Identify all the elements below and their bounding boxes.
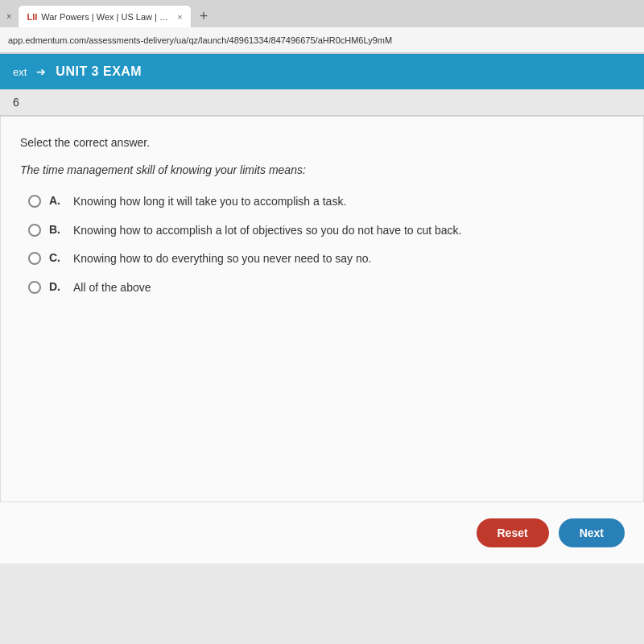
option-a[interactable]: A. Knowing how long it will take you to … bbox=[28, 194, 624, 210]
option-b[interactable]: B. Knowing how to accomplish a lot of ob… bbox=[28, 223, 624, 239]
bottom-area bbox=[0, 564, 644, 644]
tab-close-icon[interactable]: × bbox=[177, 12, 182, 22]
options-list: A. Knowing how long it will take you to … bbox=[28, 194, 624, 295]
tab-bar: × LII War Powers | Wex | US Law | LII...… bbox=[0, 0, 644, 27]
question-number: 6 bbox=[13, 96, 19, 109]
option-c-text: Knowing how to do everything so you neve… bbox=[73, 251, 371, 267]
address-text: app.edmentum.com/assessments-delivery/ua… bbox=[8, 35, 392, 45]
question-card: Select the correct answer. The time mana… bbox=[0, 116, 644, 502]
header-title: UNIT 3 EXAM bbox=[56, 64, 142, 79]
question-instruction: Select the correct answer. bbox=[20, 136, 624, 149]
next-button[interactable]: Next bbox=[559, 518, 625, 547]
question-number-bar: 6 bbox=[0, 89, 644, 116]
reset-button[interactable]: Reset bbox=[477, 518, 549, 547]
header-arrow-icon: ➔ bbox=[36, 65, 46, 78]
address-bar[interactable]: app.edmentum.com/assessments-delivery/ua… bbox=[0, 27, 644, 53]
radio-a[interactable] bbox=[28, 195, 41, 208]
content-area: 6 Select the correct answer. The time ma… bbox=[0, 89, 644, 644]
option-b-letter: B. bbox=[49, 223, 65, 236]
option-c[interactable]: C. Knowing how to do everything so you n… bbox=[28, 251, 624, 267]
question-text: The time management skill of knowing you… bbox=[20, 163, 624, 176]
radio-d[interactable] bbox=[28, 281, 41, 294]
option-d[interactable]: D. All of the above bbox=[28, 280, 624, 296]
tab-label: War Powers | Wex | US Law | LII... bbox=[41, 12, 170, 22]
option-d-text: All of the above bbox=[73, 280, 151, 296]
radio-b[interactable] bbox=[28, 224, 41, 237]
radio-c[interactable] bbox=[28, 252, 41, 265]
header-nav-label[interactable]: ext bbox=[13, 66, 27, 78]
app-header: ext ➔ UNIT 3 EXAM bbox=[0, 54, 644, 89]
buttons-area: Reset Next bbox=[0, 502, 644, 564]
option-b-text: Knowing how to accomplish a lot of objec… bbox=[73, 223, 462, 239]
tab-favicon: LII bbox=[27, 12, 37, 22]
option-a-text: Knowing how long it will take you to acc… bbox=[73, 194, 346, 210]
option-c-letter: C. bbox=[49, 251, 65, 264]
new-tab-button[interactable]: + bbox=[195, 9, 213, 23]
active-tab[interactable]: LII War Powers | Wex | US Law | LII... × bbox=[18, 5, 191, 27]
window-close-icon[interactable]: × bbox=[6, 11, 11, 21]
browser-chrome: × LII War Powers | Wex | US Law | LII...… bbox=[0, 0, 644, 54]
option-d-letter: D. bbox=[49, 280, 65, 293]
option-a-letter: A. bbox=[49, 194, 65, 207]
